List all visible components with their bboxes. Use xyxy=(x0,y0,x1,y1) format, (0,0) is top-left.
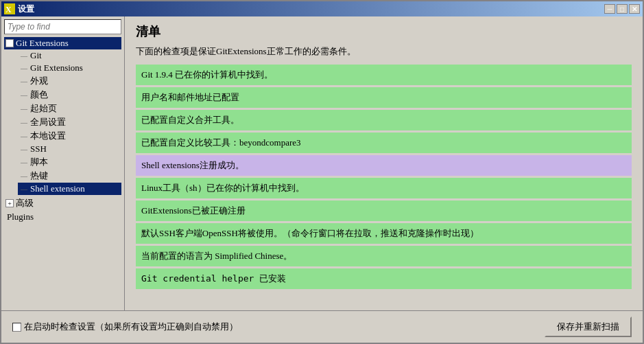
main-window: X 设置 ─ □ ✕ − Git Extensions Git Git Ext xyxy=(0,0,644,344)
check-item-0: Git 1.9.4 已在你的计算机中找到。 xyxy=(136,65,632,85)
main-content: 清单 下面的检查项是保证GitExtensions正常工作的必需条件。 Git … xyxy=(125,16,643,310)
check-item-2: 已配置自定义合并工具。 xyxy=(136,110,632,130)
check-item-7: 默认SSH客户端OpenSSH将被使用。（命令行窗口将在拉取，推送和克隆操作时出… xyxy=(136,223,632,244)
sidebar-item-shell-extension[interactable]: Shell extension xyxy=(18,183,121,195)
check-item-1: 用户名和邮件地址已配置 xyxy=(136,87,632,108)
sidebar-item-git-extensions[interactable]: Git Extensions xyxy=(18,62,121,74)
check-item-3: 已配置自定义比较工具：beyondcompare3 xyxy=(136,133,632,153)
window-title: 设置 xyxy=(18,3,604,15)
window-icon: X xyxy=(4,3,15,14)
plugins-label: Plugins xyxy=(7,211,34,222)
page-title: 清单 xyxy=(136,23,632,40)
sidebar-item-plugins[interactable]: Plugins xyxy=(4,210,121,224)
tree-root-git-extensions[interactable]: − Git Extensions xyxy=(4,37,121,49)
sidebar-item-local-settings[interactable]: 本地设置 xyxy=(18,129,121,143)
page-subtitle: 下面的检查项是保证GitExtensions正常工作的必需条件。 xyxy=(136,45,632,58)
save-button[interactable]: 保存并重新扫描 xyxy=(545,317,632,337)
sidebar-item-ssh[interactable]: SSH xyxy=(18,143,121,155)
sidebar-item-colors[interactable]: 颜色 xyxy=(18,88,121,102)
checklist: Git 1.9.4 已在你的计算机中找到。 用户名和邮件地址已配置 已配置自定义… xyxy=(136,65,632,303)
expand-advanced-icon[interactable]: + xyxy=(5,199,14,207)
sidebar-item-appearance[interactable]: 外观 xyxy=(18,74,121,88)
sidebar: − Git Extensions Git Git Extensions 外观 颜… xyxy=(1,16,125,310)
title-bar-buttons: ─ □ ✕ xyxy=(604,4,640,14)
sidebar-item-startpage[interactable]: 起始页 xyxy=(18,102,121,115)
advanced-label: 高级 xyxy=(16,197,34,209)
collapse-icon[interactable]: − xyxy=(5,39,14,47)
tree-root-label: Git Extensions xyxy=(16,38,69,49)
tree-advanced[interactable]: + 高级 xyxy=(4,196,121,210)
check-item-9: Git credential helper 已安装 xyxy=(136,268,632,289)
search-input[interactable] xyxy=(4,19,121,34)
check-item-4: Shell extensions注册成功。 xyxy=(136,155,632,176)
sidebar-item-hotkeys[interactable]: 热键 xyxy=(18,169,121,183)
startup-check-checkbox[interactable] xyxy=(12,323,21,332)
svg-text:X: X xyxy=(5,5,12,14)
footer: 在启动时检查设置（如果所有设置均正确则自动禁用） 保存并重新扫描 xyxy=(1,310,643,343)
window-body: − Git Extensions Git Git Extensions 外观 颜… xyxy=(1,16,643,310)
check-item-5: Linux工具（sh）已在你的计算机中找到。 xyxy=(136,178,632,198)
sidebar-item-scripts[interactable]: 脚本 xyxy=(18,155,121,169)
close-button[interactable]: ✕ xyxy=(629,4,640,14)
sidebar-item-global-settings[interactable]: 全局设置 xyxy=(18,115,121,129)
sidebar-item-git[interactable]: Git xyxy=(18,49,121,62)
minimize-button[interactable]: ─ xyxy=(604,4,615,14)
title-bar: X 设置 ─ □ ✕ xyxy=(1,1,643,16)
check-item-8: 当前配置的语言为 Simplified Chinese。 xyxy=(136,246,632,266)
tree-children-git-extensions: Git Git Extensions 外观 颜色 起始页 全局设置 xyxy=(4,49,121,195)
startup-check-label[interactable]: 在启动时检查设置（如果所有设置均正确则自动禁用） xyxy=(12,321,238,333)
startup-check-text: 在启动时检查设置（如果所有设置均正确则自动禁用） xyxy=(24,321,238,333)
maximize-button[interactable]: □ xyxy=(617,4,628,14)
check-item-6: GitExtensions已被正确注册 xyxy=(136,200,632,221)
footer-left: 在启动时检查设置（如果所有设置均正确则自动禁用） xyxy=(12,321,238,333)
